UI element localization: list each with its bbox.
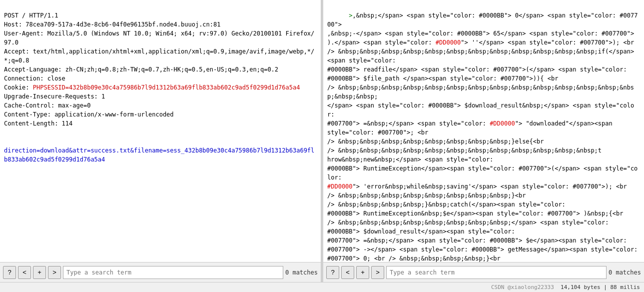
right-pane-content: >,&nbsp;</span> <span style="color: #000… [323, 0, 644, 262]
left-prev-button[interactable]: < [18, 266, 31, 279]
right-help-button[interactable]: ? [326, 266, 339, 279]
left-toolbar: ? < + > 0 matches [0, 262, 321, 282]
left-pane-content: POST / HTTP/1.1 Host: 78cea709-517a-4d3e… [0, 0, 321, 262]
status-bar: CSDN @xiaolong22333 14,104 bytes | 88 mi… [0, 282, 644, 292]
left-pane: POST / HTTP/1.1 Host: 78cea709-517a-4d3e… [0, 0, 321, 282]
main-container: POST / HTTP/1.1 Host: 78cea709-517a-4d3e… [0, 0, 644, 282]
right-prev-button[interactable]: < [341, 266, 354, 279]
left-add-button[interactable]: + [33, 266, 46, 279]
right-add-button[interactable]: + [356, 266, 369, 279]
file-info-text: 14,104 bytes | 88 millis [561, 284, 640, 290]
right-toolbar: ? < + > 0 matches [323, 262, 644, 282]
right-next-button[interactable]: > [371, 266, 384, 279]
left-search-input[interactable] [63, 266, 283, 279]
left-help-button[interactable]: ? [3, 266, 16, 279]
right-pane: >,&nbsp;</span> <span style="color: #000… [323, 0, 644, 282]
left-next-button[interactable]: > [48, 266, 61, 279]
left-matches-count: 0 matches [285, 269, 318, 276]
watermark-text: CSDN @xiaolong22333 [491, 284, 554, 290]
right-search-input[interactable] [386, 266, 607, 279]
right-matches-count: 0 matches [609, 269, 641, 276]
